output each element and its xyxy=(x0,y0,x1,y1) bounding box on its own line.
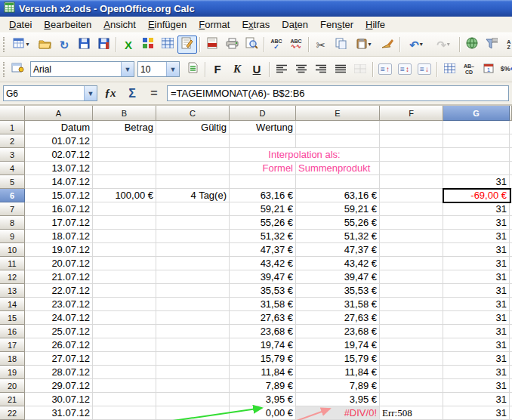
menu-item-ansicht[interactable]: Ansicht xyxy=(97,17,142,32)
cell-A1[interactable]: Datum xyxy=(25,121,93,134)
cell-F16[interactable] xyxy=(380,325,443,338)
cell-B21[interactable] xyxy=(93,393,156,406)
sort-ascending-button[interactable]: AZ↓ xyxy=(501,36,512,54)
cell-B12[interactable] xyxy=(93,270,156,284)
cell-D5[interactable] xyxy=(230,175,296,189)
menu-item-einfuegen[interactable]: Einfügen xyxy=(142,17,193,32)
cell-C1[interactable]: Gültig xyxy=(156,121,230,134)
cell-B18[interactable] xyxy=(93,352,156,366)
row-header-1[interactable]: 1 xyxy=(0,121,25,134)
row-header-11[interactable]: 11 xyxy=(0,257,25,270)
cell-G8[interactable]: 31 xyxy=(443,216,510,230)
cell-C5[interactable] xyxy=(156,175,230,189)
menu-item-format[interactable]: Format xyxy=(193,17,236,32)
cell-A16[interactable]: 25.07.12 xyxy=(25,325,93,338)
cell-D9[interactable]: 51,32 € xyxy=(230,230,296,243)
sum-button[interactable]: Σ xyxy=(123,85,141,102)
cell-E17[interactable]: 19,74 € xyxy=(296,338,380,352)
cell-C12[interactable] xyxy=(156,270,230,284)
cell-G12[interactable]: 31 xyxy=(443,270,510,284)
spellcheck-button[interactable]: ABC✓ xyxy=(267,36,286,54)
cell-E2[interactable] xyxy=(296,134,380,148)
cell-E10[interactable]: 47,37 € xyxy=(296,243,380,257)
cell-G14[interactable]: 31 xyxy=(443,298,510,311)
cell-D15[interactable]: 27,63 € xyxy=(230,311,296,325)
cell-E22[interactable]: #DIV/0! xyxy=(296,406,380,420)
menu-item-datei[interactable]: Datei xyxy=(3,17,38,32)
cell-A21[interactable]: 30.07.12 xyxy=(25,393,93,406)
align-justify-button[interactable] xyxy=(331,60,350,79)
cell-D21[interactable]: 3,95 € xyxy=(230,393,296,406)
row-header-18[interactable]: 18 xyxy=(0,352,25,366)
cell-B4[interactable] xyxy=(93,162,156,175)
cell-G13[interactable]: 31 xyxy=(443,284,510,298)
cell-F1[interactable] xyxy=(380,121,443,134)
row-header-20[interactable]: 20 xyxy=(0,379,25,393)
number-format-date-button[interactable]: 1 xyxy=(479,60,498,79)
menu-item-fenster[interactable]: Fenster xyxy=(314,17,359,32)
cell-B16[interactable] xyxy=(93,325,156,338)
cell-A3[interactable]: 02.07.12 xyxy=(25,148,93,162)
cell-D7[interactable]: 59,21 € xyxy=(230,202,296,216)
cell-E6[interactable]: 63,16 € xyxy=(296,189,380,202)
undo-button[interactable]: ↶ ▾ xyxy=(403,36,430,54)
cell-D8[interactable]: 55,26 € xyxy=(230,216,296,230)
cell-G17[interactable]: 31 xyxy=(443,338,510,352)
styles-window-button[interactable] xyxy=(8,60,27,79)
select-all-corner[interactable] xyxy=(0,106,25,121)
align-bottom-button[interactable]: ≡↓ xyxy=(415,60,434,79)
cell-F14[interactable] xyxy=(380,298,443,311)
cell-F13[interactable] xyxy=(380,284,443,298)
cell-G19[interactable]: 31 xyxy=(443,366,510,379)
cell-D11[interactable]: 43,42 € xyxy=(230,257,296,270)
cell-G2[interactable] xyxy=(443,134,510,148)
cell-G3[interactable] xyxy=(443,148,510,162)
cell-F18[interactable] xyxy=(380,352,443,366)
cell-F5[interactable] xyxy=(380,175,443,189)
cell-F19[interactable] xyxy=(380,366,443,379)
cell-G16[interactable]: 31 xyxy=(443,325,510,338)
cell-E9[interactable]: 51,32 € xyxy=(296,230,380,243)
format-paintbrush-button[interactable] xyxy=(378,36,397,54)
menu-item-hilfe[interactable]: Hilfe xyxy=(359,17,391,32)
cell-G4[interactable] xyxy=(443,162,510,175)
cell-D6[interactable]: 63,16 € xyxy=(230,189,296,202)
cell-E19[interactable]: 11,84 € xyxy=(296,366,380,379)
column-header-G[interactable]: G xyxy=(443,106,510,121)
cell-B3[interactable] xyxy=(93,148,156,162)
cell-D10[interactable]: 47,37 € xyxy=(230,243,296,257)
row-header-17[interactable]: 17 xyxy=(0,338,25,352)
cell-D17[interactable]: 19,74 € xyxy=(230,338,296,352)
cell-A19[interactable]: 28.07.12 xyxy=(25,366,93,379)
cell-A2[interactable]: 01.07.12 xyxy=(25,134,93,148)
cell-D12[interactable]: 39,47 € xyxy=(230,270,296,284)
row-header-10[interactable]: 10 xyxy=(0,243,25,257)
cell-F11[interactable] xyxy=(380,257,443,270)
cell-B20[interactable] xyxy=(93,379,156,393)
cell-E20[interactable]: 7,89 € xyxy=(296,379,380,393)
cell-D22[interactable]: 0,00 € xyxy=(230,406,296,420)
row-header-6[interactable]: 6 xyxy=(0,189,25,202)
wrap-text-button[interactable]: AB–CD xyxy=(459,60,479,79)
cell-C20[interactable] xyxy=(156,379,230,393)
cell-C21[interactable] xyxy=(156,393,230,406)
auto-spellcheck-button[interactable]: ABC∿∿ xyxy=(286,36,306,54)
save-as-button[interactable] xyxy=(94,36,113,54)
cell-G1[interactable] xyxy=(443,121,510,134)
row-header-22[interactable]: 22 xyxy=(0,406,25,420)
cell-G15[interactable]: 31 xyxy=(443,311,510,325)
name-box-dropdown-button[interactable]: ▼ xyxy=(84,86,97,100)
italic-button[interactable]: K xyxy=(227,60,247,79)
cell-A5[interactable]: 14.07.12 xyxy=(25,175,93,189)
align-middle-button[interactable]: ≡↕ xyxy=(395,60,415,79)
cell-A4[interactable]: 13.07.12 xyxy=(25,162,93,175)
cell-C14[interactable] xyxy=(156,298,230,311)
cell-B5[interactable] xyxy=(93,175,156,189)
cell-E12[interactable]: 39,47 € xyxy=(296,270,380,284)
cell-F9[interactable] xyxy=(380,230,443,243)
cell-F3[interactable] xyxy=(380,148,443,162)
cell-E11[interactable]: 43,42 € xyxy=(296,257,380,270)
cell-E1[interactable] xyxy=(296,121,380,134)
cell-D13[interactable]: 35,53 € xyxy=(230,284,296,298)
align-center-button[interactable] xyxy=(291,60,311,79)
